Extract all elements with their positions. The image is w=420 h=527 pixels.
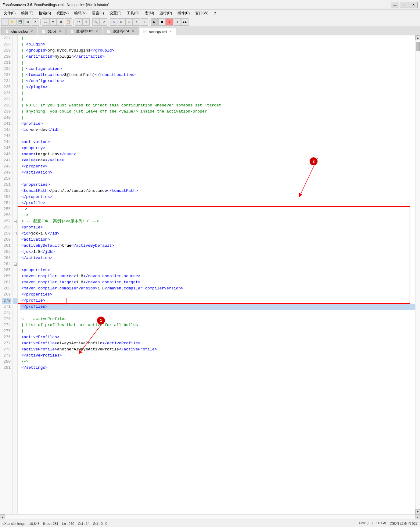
tb-cut[interactable]: ✂ [49,18,57,26]
line-252: <tomcatPath>/path/to/tomcat/instance</to… [20,188,415,194]
ln-260: 260 [2,237,11,243]
tab-jhhm3[interactable]: 📄 激活码3.txt ✕ [66,27,102,35]
tab-jhhm2-close[interactable]: ✕ [131,29,135,34]
line-254: </profile> [20,200,415,206]
line-239: | anything, you could just leave off the… [20,109,415,115]
ln-262: 262 [2,249,11,255]
scroll-up-btn[interactable]: ▲ [415,35,420,40]
fold-264[interactable]: − [13,261,17,267]
line-272: <!-- activeProfiles [20,316,415,322]
ln-256: 256 [2,212,11,218]
menu-language[interactable]: 语言(L) [90,10,106,16]
tb-replace[interactable]: ⟳ [100,18,107,26]
menu-search[interactable]: 搜索(S) [36,10,53,16]
tb-b3[interactable]: ⊟ [125,18,133,26]
line-228: | <plugin> [20,41,415,48]
tb-paste[interactable]: 📋 [65,18,72,26]
fold-257[interactable]: − [13,218,17,224]
menu-help[interactable]: ? [211,11,218,16]
ln-230: 230 [2,54,11,60]
tb-b5[interactable]: ↓ [141,18,148,26]
tb-new[interactable]: 📄 [1,18,9,26]
close-button[interactable]: ✕ [409,2,418,8]
tab-bar: 📄 change.log ✕ 📄 01.txt ✕ 📄 激活码3.txt ✕ 📄… [0,27,420,35]
scrollbar-vertical[interactable]: ▲ ▼ [415,35,420,514]
line-232: | <configuration> [20,66,415,72]
tab-jhhm3-close[interactable]: ✕ [95,29,99,34]
tb-save[interactable]: 💾 [16,18,24,26]
tab-01-txt-icon: 📄 [41,29,46,34]
tab-jhhm3-label: 激活码3.txt [76,29,93,34]
scroll-right-btn[interactable]: ► [415,514,420,519]
menu-settings[interactable]: 设置(T) [107,10,124,16]
line-245: <property> [20,145,415,151]
status-right: Unix (LF) UTF-8 CSDN @凌 IN 527 [359,521,418,526]
ln-232: 232 [2,66,11,72]
tb-b10[interactable]: ▶▶ [181,18,188,26]
tb-open[interactable]: 📂 [9,18,16,26]
tab-01-txt[interactable]: 📄 01.txt ✕ [38,27,66,35]
line-numbers-col: 227 228 229 230 231 232 233 234 235 236 … [0,35,13,514]
line-242: <id>env-dev</id> [20,127,415,133]
tab-jhhm2[interactable]: 📄 激活码2.txt ✕ [103,27,139,35]
line-243 [20,133,415,139]
tb-saveall[interactable]: ⊞ [24,18,31,26]
tb-copy[interactable]: ⧉ [57,18,64,26]
tab-settings-xml-icon: 📄 [142,30,147,34]
ln-261: 261 [2,243,11,249]
menu-encoding[interactable]: 编码(N) [72,10,89,16]
menu-file[interactable]: 文件(F) [1,10,18,16]
tb-b1[interactable]: A [110,18,117,26]
menu-tools[interactable]: 工具(O) [124,10,142,16]
tab-settings-xml-label: settings.xml [149,30,167,34]
status-lines: lines : 281 [43,522,59,525]
ln-242: 242 [2,127,11,133]
tb-redo[interactable]: ↪ [82,18,90,26]
tab-settings-xml-close[interactable]: ✕ [169,30,173,34]
code-content[interactable]: | ... | <plugin> | <groupId>org.myco.myp… [18,35,415,514]
ln-267: 267 [2,279,11,285]
tb-b7[interactable]: ⏹ [158,18,166,26]
line-233: | <tomcatLocation>${tomcatPath}</tomcatL… [20,72,415,78]
menu-run[interactable]: 运行(R) [157,10,174,16]
line-261: <jdk>1.8</jdk> [20,249,415,255]
line-269: </profile> [20,298,415,304]
tab-settings-xml[interactable]: 📄 settings.xml ✕ [139,28,176,35]
ln-251: 251 [2,182,11,188]
tb-find[interactable]: 🔍 [92,18,100,26]
tab-change-log[interactable]: 📄 change.log ✕ [1,27,37,35]
scroll-left-btn[interactable]: ◄ [0,514,5,519]
scroll-thumb[interactable] [416,42,420,51]
line-249: </activation> [20,170,415,176]
tab-01-txt-close[interactable]: ✕ [58,29,62,34]
menu-macro[interactable]: 宏(M) [142,10,156,16]
title-bar-controls[interactable]: — □ ✕ [391,2,418,8]
tb-print[interactable]: 🖨 [42,18,49,26]
tb-b6[interactable]: ▶ [151,18,158,26]
line-264: <properties> [20,267,415,273]
maximize-button[interactable]: □ [400,2,408,8]
tb-b4[interactable]: ↑ [133,18,140,26]
tb-b2[interactable]: ⊞ [118,18,125,26]
scrollbar-horizontal[interactable]: ◄ ► [0,514,420,519]
menu-edit[interactable]: 编辑(E) [19,10,36,16]
ln-281: 281 [2,365,11,371]
fold-259[interactable]: − [13,231,17,237]
tab-change-log-close[interactable]: ✕ [30,29,34,34]
tb-b9[interactable]: ⏸ [174,18,181,26]
menu-view[interactable]: 视图(V) [54,10,71,16]
fold-col: − − − [13,35,18,514]
scroll-down-btn[interactable]: ▼ [415,509,420,514]
line-280: </settings> [20,365,415,371]
tb-close[interactable]: ✕ [32,18,39,26]
tb-b8[interactable]: ● [166,18,173,26]
menu-plugins[interactable]: 插件(P) [175,10,192,16]
ln-279: 279 [2,353,11,359]
minimize-button[interactable]: — [391,2,399,8]
menu-window[interactable]: 窗口(W) [193,10,211,16]
ln-277: 277 [2,340,11,346]
tb-undo[interactable]: ↩ [75,18,82,26]
ln-234: 234 [2,78,11,84]
tab-change-log-icon: 📄 [5,29,9,34]
tab-jhhm3-icon: 📄 [70,29,74,34]
